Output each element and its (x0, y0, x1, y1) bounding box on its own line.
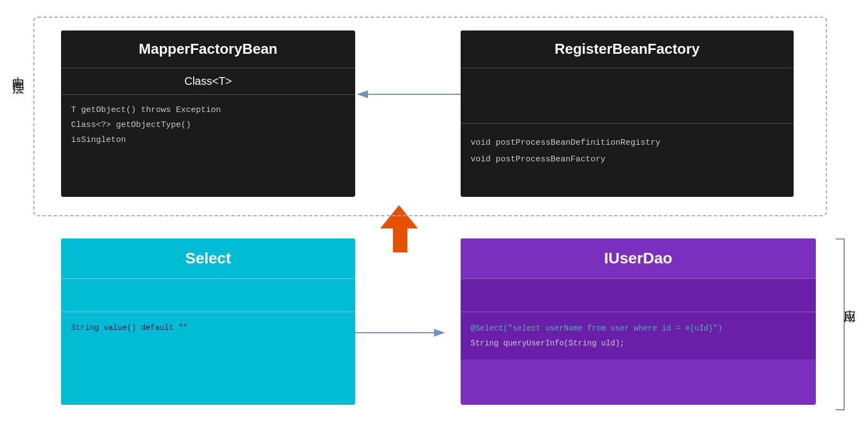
register-bean-factory-box: RegisterBeanFactory void postProcessBean… (461, 30, 794, 197)
mapper-factory-bean-box: MapperFactoryBean Class<T> T getObject()… (61, 30, 355, 197)
select-title: Select (61, 238, 355, 278)
iuser-dao-title: IUserDao (461, 238, 816, 278)
select-class-box: Select String value() default "" (61, 238, 355, 405)
iuser-empty-section (461, 278, 816, 312)
mapper-factory-bean-subtitle: Class<T> (61, 68, 355, 94)
mapper-factory-bean-methods: T getObject() throws Exception Class<?> … (61, 94, 355, 155)
iuser-dao-annotation: @Select("select userName from user where… (471, 321, 806, 336)
diagram-container: 中间件层 应用 MapperFactoryBean Class<T> T get… (0, 0, 868, 422)
app-bracket (836, 238, 845, 410)
middleware-label: 中间件层 (10, 67, 27, 75)
mapper-factory-bean-title: MapperFactoryBean (61, 30, 355, 68)
register-bean-factory-methods: void postProcessBeanDefinitionRegistry v… (461, 123, 794, 179)
iuser-dao-methods: @Select("select userName from user where… (461, 312, 816, 359)
select-empty-section (61, 278, 355, 312)
register-bean-factory-title: RegisterBeanFactory (461, 30, 794, 68)
select-methods: String value() default "" (61, 312, 355, 344)
app-label: 应用 (841, 299, 858, 304)
iuser-dao-box: IUserDao @Select("select userName from u… (461, 238, 816, 405)
